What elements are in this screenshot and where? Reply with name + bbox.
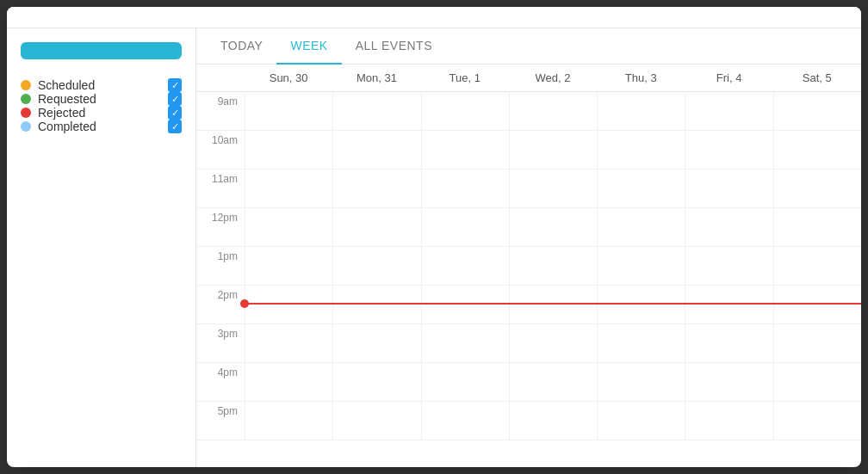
time-cell[interactable] [332,247,420,285]
filter-checkbox-scheduled[interactable] [168,78,182,92]
time-cell[interactable] [245,402,332,440]
time-cell[interactable] [773,402,861,440]
time-cell[interactable] [421,324,509,362]
time-label: 4pm [196,363,245,401]
time-cell[interactable] [509,92,597,130]
time-cell[interactable] [685,92,772,130]
time-cell[interactable] [509,169,597,207]
time-cell[interactable] [245,324,332,362]
time-label: 2pm [196,286,245,323]
time-row: 9am [196,92,861,131]
filter-name-completed: Completed [38,120,161,133]
time-cell[interactable] [509,402,597,440]
time-cell[interactable] [421,208,509,246]
time-row: 12pm [196,208,861,247]
filter-checkbox-completed[interactable] [168,120,182,133]
time-cell[interactable] [685,324,772,362]
tab-all-events[interactable]: ALL EVENTS [342,28,446,65]
time-cell[interactable] [332,92,420,130]
filter-item-rejected: Rejected [21,106,182,120]
time-cell[interactable] [597,131,685,169]
time-cell[interactable] [597,324,685,362]
time-cell[interactable] [245,286,332,323]
time-cell[interactable] [597,247,685,285]
time-cell[interactable] [597,363,685,401]
close-button[interactable] [837,15,847,19]
time-cell[interactable] [421,169,509,207]
day-header: Wed, 2 [509,65,597,91]
time-cell[interactable] [332,169,420,207]
time-cell[interactable] [773,247,861,285]
new-appointment-button[interactable] [21,42,182,59]
time-cell[interactable] [509,324,597,362]
header-nav [408,15,450,19]
time-cell[interactable] [421,286,509,323]
time-cell[interactable] [685,286,772,323]
time-cell[interactable] [773,131,861,169]
time-cell[interactable] [685,402,772,440]
time-label: 1pm [196,247,245,285]
time-cell[interactable] [597,92,685,130]
time-cell[interactable] [245,169,332,207]
time-cell[interactable] [509,247,597,285]
next-button[interactable] [439,15,450,19]
time-label: 12pm [196,208,245,246]
tab-today[interactable]: TODAY [207,28,276,65]
time-cell[interactable] [421,131,509,169]
time-row: 2pm [196,286,861,324]
time-cell[interactable] [509,131,597,169]
time-cell[interactable] [332,208,420,246]
time-label: 10am [196,131,245,169]
time-cell[interactable] [332,324,420,362]
time-cell[interactable] [509,208,597,246]
time-row: 1pm [196,247,861,286]
time-cell[interactable] [597,286,685,323]
time-cell[interactable] [773,286,861,323]
time-label: 5pm [196,402,245,440]
time-cell[interactable] [773,363,861,401]
tab-week[interactable]: WEEK [276,28,341,65]
time-cell[interactable] [332,286,420,323]
time-cell[interactable] [245,92,332,130]
time-cell[interactable] [509,286,597,323]
filter-checkbox-requested[interactable] [168,92,182,106]
prev-button[interactable] [408,15,418,19]
time-cell[interactable] [685,208,772,246]
time-grid[interactable]: 9am10am11am12pm1pm2pm3pm4pm5pm [196,92,861,467]
time-cell[interactable] [685,247,772,285]
time-cell[interactable] [685,169,772,207]
day-header: Fri, 4 [685,65,772,91]
filter-dot-scheduled [21,80,31,90]
time-row: 10am [196,131,861,169]
time-cell[interactable] [421,363,509,401]
tabs-bar: TODAYWEEKALL EVENTS [196,28,861,65]
time-cell[interactable] [332,402,420,440]
time-cell[interactable] [245,363,332,401]
time-cell[interactable] [773,92,861,130]
time-cell[interactable] [773,169,861,207]
time-cell[interactable] [421,92,509,130]
day-header: Sun, 30 [245,65,332,91]
time-cell[interactable] [509,363,597,401]
filter-checkbox-rejected[interactable] [168,106,182,120]
day-headers: Sun, 30Mon, 31Tue, 1Wed, 2Thu, 3Fri, 4Sa… [196,65,861,92]
time-cell[interactable] [685,363,772,401]
time-cell[interactable] [597,402,685,440]
time-cell[interactable] [685,131,772,169]
time-cell[interactable] [597,169,685,207]
filter-item-requested: Requested [21,92,182,106]
time-cell[interactable] [773,208,861,246]
time-cell[interactable] [421,402,509,440]
time-cell[interactable] [332,363,420,401]
time-cell[interactable] [421,247,509,285]
time-cell[interactable] [773,324,861,362]
time-cell[interactable] [245,131,332,169]
time-cell[interactable] [597,208,685,246]
time-cell[interactable] [332,131,420,169]
filter-item-scheduled: Scheduled [21,78,182,92]
time-label: 11am [196,169,245,207]
time-cell[interactable] [245,208,332,246]
modal-window: ScheduledRequestedRejectedCompleted TODA… [7,7,861,467]
time-label: 3pm [196,324,245,362]
time-cell[interactable] [245,247,332,285]
